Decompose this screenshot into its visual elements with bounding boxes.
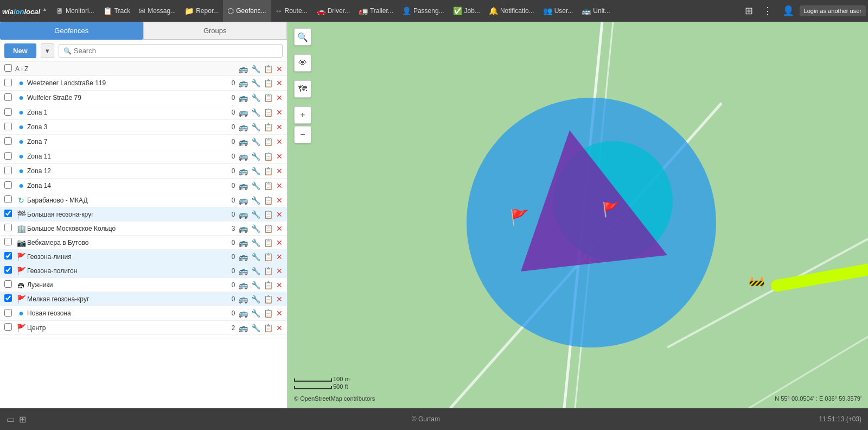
item-edit-icon[interactable]: 🔧 (251, 238, 260, 247)
item-copy-icon[interactable]: 📋 (264, 238, 273, 247)
item-checkbox-13[interactable] (4, 266, 15, 275)
item-vehicle-icon[interactable]: 🚌 (239, 295, 248, 303)
item-checkbox-2[interactable] (4, 108, 15, 117)
item-edit-icon[interactable]: 🔧 (251, 252, 260, 261)
item-delete-icon[interactable]: ✕ (276, 281, 283, 289)
item-vehicle-icon[interactable]: 🚌 (239, 224, 248, 233)
item-copy-icon[interactable]: 📋 (264, 93, 273, 102)
item-checkbox-3[interactable] (4, 123, 15, 132)
item-vehicle-icon[interactable]: 🚌 (239, 196, 248, 205)
item-checkbox-7[interactable] (4, 181, 15, 191)
nav-user-icon[interactable]: 👤 (778, 5, 799, 17)
tab-geofences[interactable]: Geofences (0, 22, 143, 40)
item-edit-icon[interactable]: 🔧 (251, 93, 260, 102)
item-copy-icon[interactable]: 📋 (264, 108, 273, 117)
nav-dots-icon[interactable]: ⋮ (758, 5, 777, 17)
item-checkbox-11[interactable] (4, 238, 15, 247)
dropdown-button[interactable]: ▾ (41, 43, 54, 58)
nav-geofences[interactable]: ⬡ Geofenc... (223, 0, 270, 22)
nav-notifications[interactable]: 🔔 Notificatio... (484, 0, 539, 22)
nav-routes[interactable]: ↔ Route... (271, 0, 312, 22)
item-delete-icon[interactable]: ✕ (276, 93, 283, 102)
item-edit-icon[interactable]: 🔧 (251, 267, 260, 275)
item-delete-icon[interactable]: ✕ (276, 167, 283, 175)
nav-passengers[interactable]: 👤 Passeng... (398, 0, 449, 22)
item-edit-icon[interactable]: 🔧 (251, 295, 260, 303)
search-input[interactable] (74, 47, 278, 55)
new-button[interactable]: New (4, 43, 36, 58)
search-map-button[interactable]: 🔍 (294, 28, 311, 46)
item-edit-icon[interactable]: 🔧 (251, 324, 260, 332)
nav-users[interactable]: 👥 User... (539, 0, 578, 22)
item-copy-icon[interactable]: 📋 (264, 123, 273, 131)
bottom-panel-icon[interactable]: ▭ (7, 414, 15, 425)
nav-drivers[interactable]: 🚗 Driver... (312, 0, 354, 22)
item-checkbox-0[interactable] (4, 79, 15, 88)
item-vehicle-icon[interactable]: 🚌 (239, 181, 248, 190)
item-edit-icon[interactable]: 🔧 (251, 108, 260, 117)
login-as-button[interactable]: Login as another user (800, 5, 866, 16)
item-edit-icon[interactable]: 🔧 (251, 79, 260, 87)
item-copy-icon[interactable]: 📋 (264, 324, 273, 332)
zoom-in-button[interactable]: + (294, 106, 311, 124)
item-copy-icon[interactable]: 📋 (264, 267, 273, 275)
item-vehicle-icon[interactable]: 🚌 (239, 267, 248, 275)
item-delete-icon[interactable]: ✕ (276, 324, 283, 332)
item-delete-icon[interactable]: ✕ (276, 79, 283, 87)
nav-units[interactable]: 🚌 Unit... (577, 0, 614, 22)
item-checkbox-10[interactable] (4, 224, 15, 233)
item-edit-icon[interactable]: 🔧 (251, 167, 260, 175)
item-copy-icon[interactable]: 📋 (264, 181, 273, 190)
item-checkbox-5[interactable] (4, 152, 15, 161)
item-vehicle-icon[interactable]: 🚌 (239, 309, 248, 318)
item-copy-icon[interactable]: 📋 (264, 79, 273, 87)
item-copy-icon[interactable]: 📋 (264, 137, 273, 146)
item-copy-icon[interactable]: 📋 (264, 152, 273, 161)
item-delete-icon[interactable]: ✕ (276, 123, 283, 131)
nav-more-icon[interactable]: ⊞ (741, 5, 757, 17)
item-copy-icon[interactable]: 📋 (264, 252, 273, 261)
item-copy-icon[interactable]: 📋 (264, 210, 273, 219)
item-checkbox-6[interactable] (4, 167, 15, 176)
item-delete-icon[interactable]: ✕ (276, 137, 283, 146)
nav-jobs[interactable]: ✅ Job... (449, 0, 484, 22)
item-delete-icon[interactable]: ✕ (276, 267, 283, 275)
item-edit-icon[interactable]: 🔧 (251, 224, 260, 233)
item-edit-icon[interactable]: 🔧 (251, 152, 260, 161)
item-copy-icon[interactable]: 📋 (264, 295, 273, 303)
item-delete-icon[interactable]: ✕ (276, 181, 283, 190)
item-delete-icon[interactable]: ✕ (276, 252, 283, 261)
item-checkbox-8[interactable] (4, 195, 15, 205)
item-delete-icon[interactable]: ✕ (276, 295, 283, 303)
item-checkbox-15[interactable] (4, 294, 15, 303)
item-vehicle-icon[interactable]: 🚌 (239, 79, 248, 87)
item-checkbox-16[interactable] (4, 309, 15, 318)
item-copy-icon[interactable]: 📋 (264, 281, 273, 289)
item-delete-icon[interactable]: ✕ (276, 210, 283, 219)
item-vehicle-icon[interactable]: 🚌 (239, 123, 248, 131)
item-edit-icon[interactable]: 🔧 (251, 181, 260, 190)
nav-monitoring[interactable]: 🖥 Monitori... (52, 0, 99, 22)
item-checkbox-12[interactable] (4, 252, 15, 261)
item-edit-icon[interactable]: 🔧 (251, 137, 260, 146)
item-delete-icon[interactable]: ✕ (276, 196, 283, 205)
item-copy-icon[interactable]: 📋 (264, 167, 273, 175)
sort-control[interactable]: A ↕ Z (15, 65, 239, 73)
item-delete-icon[interactable]: ✕ (276, 238, 283, 247)
zoom-out-button[interactable]: − (294, 126, 311, 143)
item-edit-icon[interactable]: 🔧 (251, 210, 260, 219)
item-delete-icon[interactable]: ✕ (276, 309, 283, 318)
item-vehicle-icon[interactable]: 🚌 (239, 137, 248, 146)
item-vehicle-icon[interactable]: 🚌 (239, 210, 248, 219)
item-edit-icon[interactable]: 🔧 (251, 196, 260, 205)
item-delete-icon[interactable]: ✕ (276, 224, 283, 233)
item-vehicle-icon[interactable]: 🚌 (239, 281, 248, 289)
tab-groups[interactable]: Groups (143, 22, 288, 40)
item-edit-icon[interactable]: 🔧 (251, 309, 260, 318)
item-vehicle-icon[interactable]: 🚌 (239, 324, 248, 332)
item-edit-icon[interactable]: 🔧 (251, 123, 260, 131)
select-all-checkbox[interactable] (4, 64, 12, 72)
item-copy-icon[interactable]: 📋 (264, 224, 273, 233)
item-delete-icon[interactable]: ✕ (276, 152, 283, 161)
item-vehicle-icon[interactable]: 🚌 (239, 238, 248, 247)
